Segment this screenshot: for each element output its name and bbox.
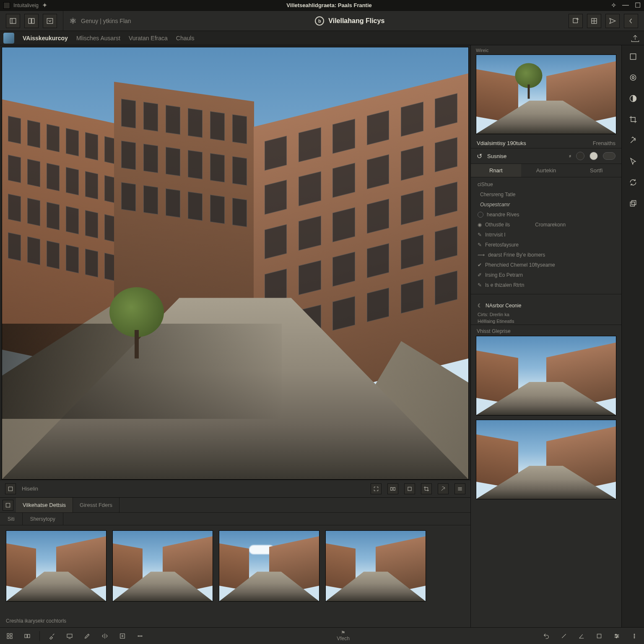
compass-icon[interactable]: ✧ (611, 1, 616, 9)
bottom-tab-0[interactable]: Vilkehatse Dettsis (16, 498, 73, 512)
panel-swap-button[interactable] (43, 14, 57, 28)
filmstrip[interactable] (0, 525, 470, 615)
collapse-button[interactable] (624, 14, 638, 28)
atom-icon[interactable]: ⚛ (69, 16, 77, 26)
status-undo-icon[interactable] (541, 631, 552, 641)
info-chip[interactable] (5, 483, 16, 494)
status-ab-icon[interactable] (22, 631, 33, 641)
radio-left-icon[interactable]: ◉ (478, 222, 482, 228)
thumb-4[interactable] (325, 530, 426, 602)
menu-item-1[interactable]: Mlisches Ausarst (76, 35, 120, 42)
status-center: ⚑ Vfech (337, 630, 350, 641)
status-mirror-icon[interactable] (99, 631, 110, 641)
checkbox-1[interactable] (478, 212, 483, 218)
right-tab-1[interactable]: Aurtekin (521, 164, 571, 177)
status-sliders-icon[interactable] (611, 631, 622, 641)
crop-tool-icon[interactable] (626, 112, 640, 127)
slider-icon[interactable]: ⟿ (478, 252, 485, 258)
compare-button[interactable] (387, 483, 398, 494)
slider-label[interactable]: dearst Frine By'e ibomers (488, 252, 545, 258)
svg-point-47 (634, 636, 635, 636)
bottom-icon[interactable] (3, 500, 13, 511)
brand-ring-icon: b (315, 16, 324, 26)
minimize-icon[interactable]: — (622, 1, 629, 9)
pen-icon-2[interactable]: ✎ (478, 242, 482, 248)
app-icon[interactable] (3, 33, 14, 44)
status-box-icon[interactable] (594, 631, 605, 641)
status-dots-icon[interactable] (135, 631, 145, 641)
thumb-1[interactable] (6, 530, 106, 602)
svg-rect-12 (391, 487, 392, 490)
thumb-2[interactable] (112, 530, 213, 602)
note-label: NAsrbor Ceonie (486, 303, 521, 309)
bottom-sub-0[interactable]: Siti (0, 513, 23, 525)
select-tool-icon[interactable] (626, 154, 640, 169)
moon-icon[interactable]: ☾ (478, 303, 482, 309)
opt-left[interactable]: Othustle ils (485, 222, 510, 228)
toolbar: ⚛ Genuy | ytkins Flan b Vilellahang Flic… (0, 11, 644, 31)
wb-tool-icon[interactable]: ⸗ (569, 152, 571, 160)
it2[interactable]: Feretosfaysure (485, 242, 519, 248)
opt-right[interactable]: Cromarekonn (535, 222, 566, 228)
right-tab-2[interactable]: Sortfi (571, 164, 621, 177)
it1[interactable]: Intrrvisit I (485, 232, 506, 238)
menu-item-0[interactable]: VAisskeukurcoy (23, 35, 68, 42)
send-button[interactable] (605, 14, 620, 28)
panel-toggle[interactable] (603, 152, 615, 160)
knob-1[interactable] (576, 152, 584, 160)
thumb-3[interactable] (219, 530, 319, 602)
bottom-sub-1[interactable]: Shersytopy (23, 513, 63, 525)
crop-button[interactable] (421, 483, 432, 494)
status-screen-icon[interactable] (64, 631, 75, 641)
status-brush-icon[interactable] (47, 631, 57, 641)
cloud-sync-icon[interactable]: ✦ (42, 1, 47, 9)
menu-item-3[interactable]: Chauls (176, 35, 195, 42)
svg-rect-18 (6, 503, 10, 507)
check-icon[interactable]: ✔ (478, 262, 482, 268)
status-pen-icon[interactable] (82, 631, 93, 641)
layers-icon[interactable] (626, 49, 640, 64)
bottom-tab-1[interactable]: Giresst Fders (73, 498, 119, 512)
pen-label[interactable]: Irsing Eo Petrarn (485, 272, 523, 278)
frame-button[interactable] (404, 483, 415, 494)
grid-button[interactable] (587, 14, 601, 28)
fit-screen-button[interactable] (371, 483, 382, 494)
svg-rect-4 (47, 18, 53, 23)
panel-left-button[interactable] (6, 14, 20, 28)
share-icon[interactable] (630, 34, 641, 42)
menu-item-2[interactable]: Vuratan Efraca (129, 35, 168, 42)
svg-rect-28 (10, 636, 12, 639)
gallery-thumb-2[interactable] (476, 420, 616, 499)
status-wand-icon[interactable] (558, 631, 569, 641)
flag-icon[interactable]: ⚑ (341, 630, 345, 636)
main-canvas[interactable] (2, 47, 469, 480)
mask-icon[interactable] (626, 91, 640, 106)
clone-icon[interactable] (626, 196, 640, 210)
profile-label[interactable]: Frenaiths (593, 140, 615, 146)
heal-tool-icon[interactable] (626, 133, 640, 148)
gallery-thumb-1[interactable] (476, 336, 616, 415)
sync-icon[interactable] (626, 175, 640, 190)
long-label[interactable]: Phenchied Chemel 10ftyseame (485, 262, 555, 268)
preview-thumbnail[interactable] (476, 55, 616, 134)
adjust-icon[interactable] (626, 70, 640, 85)
status-grid-icon[interactable] (4, 631, 15, 641)
right-tab-0[interactable]: Rnart (471, 164, 521, 177)
new-layer-button[interactable] (569, 14, 583, 28)
status-plus-icon[interactable] (117, 631, 128, 641)
svg-rect-31 (67, 634, 72, 637)
status-angle-icon[interactable] (576, 631, 587, 641)
status-more-icon[interactable] (629, 631, 640, 641)
maximize-icon[interactable]: ☐ (635, 1, 641, 9)
menu-button[interactable] (454, 483, 465, 494)
knob-2[interactable] (589, 152, 598, 160)
art-label[interactable]: Is e thizalen Rtrtn (485, 282, 524, 288)
workspace-label[interactable]: Genuy | ytkins Flan (81, 18, 131, 24)
reset-icon[interactable]: ↺ (477, 152, 482, 160)
pen-icon-1[interactable]: ✎ (478, 232, 482, 238)
svg-point-46 (634, 634, 635, 635)
panel-dual-button[interactable] (24, 14, 39, 28)
heal-button[interactable] (438, 483, 449, 494)
art-icon[interactable]: ✎ (478, 282, 482, 288)
brush-icon[interactable]: ✐ (478, 272, 482, 278)
